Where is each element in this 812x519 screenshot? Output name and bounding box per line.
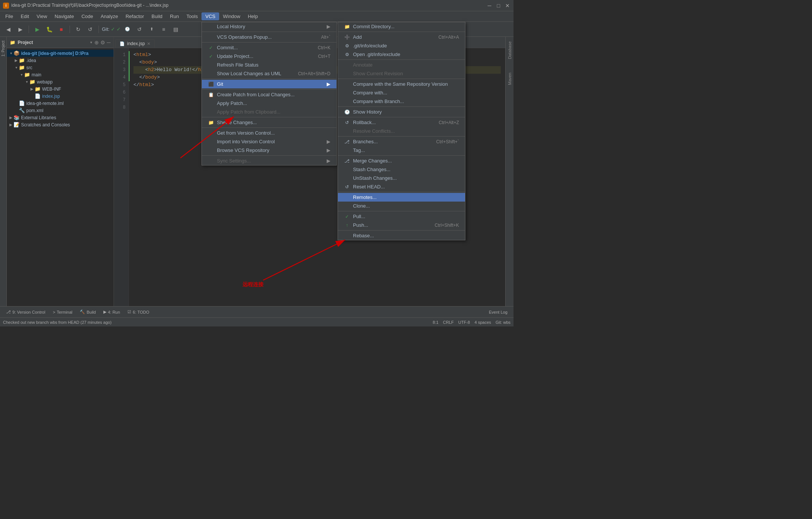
tree-item-ext-libs[interactable]: ▶ 📚 External Libraries bbox=[7, 114, 114, 121]
vcs-menu-local-history[interactable]: Local History ▶ bbox=[202, 22, 336, 31]
menu-analyze[interactable]: Analyze bbox=[97, 12, 122, 20]
maximize-button[interactable]: □ bbox=[495, 3, 501, 9]
menu-code[interactable]: Code bbox=[78, 12, 97, 20]
tree-item-idea[interactable]: ▶ 📁 .idea bbox=[7, 57, 114, 64]
vcs-menu-update[interactable]: ✓ Update Project... Ctrl+T bbox=[202, 52, 336, 61]
vcs-menu-browse[interactable]: Browse VCS Repository ▶ bbox=[202, 146, 336, 155]
git-extra-2[interactable]: ▤ bbox=[170, 24, 181, 35]
panel-locate-icon[interactable]: ⊕ bbox=[94, 39, 99, 46]
git-pull[interactable]: ✓ Pull... bbox=[338, 212, 465, 221]
git-open-info-exclude[interactable]: ⚙ Open .git/info/exclude bbox=[338, 50, 465, 59]
vcs-menu-import[interactable]: Import into Version Control ▶ bbox=[202, 137, 336, 146]
git-unstash[interactable]: UnStash Changes... bbox=[338, 174, 465, 182]
tab-run[interactable]: ▶ 4: Run bbox=[100, 308, 123, 316]
tree-item-iml[interactable]: 📄 idea-git-remote.iml bbox=[7, 100, 114, 107]
tree-icon-main: 📁 bbox=[24, 72, 30, 77]
git-clone[interactable]: Clone... bbox=[338, 202, 465, 210]
git-rollback-button[interactable]: ↺ bbox=[134, 24, 145, 35]
window-controls[interactable]: ─ □ ✕ bbox=[486, 3, 511, 9]
right-tab-maven[interactable]: Maven bbox=[507, 70, 513, 88]
menu-vcs[interactable]: VCS bbox=[201, 12, 219, 20]
tab-build[interactable]: 🔨 Build bbox=[77, 308, 98, 316]
git-history-button[interactable]: 🕐 bbox=[122, 24, 133, 35]
git-compare-branch[interactable]: Compare with Branch... bbox=[338, 97, 465, 106]
git-show-history[interactable]: 🕐 Show History bbox=[338, 108, 465, 116]
tree-item-webapp[interactable]: ▾ 📁 webapp bbox=[7, 78, 114, 85]
menu-run[interactable]: Run bbox=[166, 12, 183, 20]
git-branches[interactable]: ⎇ Branches... Ctrl+Shift+` bbox=[338, 137, 465, 146]
panel-settings-icon[interactable]: ⚙ bbox=[100, 39, 105, 46]
git-tag[interactable]: Tag... bbox=[338, 146, 465, 155]
debug-button[interactable]: 🐛 bbox=[44, 24, 55, 35]
sidebar-tab-project[interactable]: 1: Project bbox=[0, 38, 6, 59]
vcs-menu-get-vcs[interactable]: Get from Version Control... bbox=[202, 129, 336, 137]
vcs-menu-create-patch[interactable]: 📋 Create Patch from Local Changes... bbox=[202, 90, 336, 99]
tree-item-main[interactable]: ▾ 📁 main bbox=[7, 71, 114, 78]
close-button[interactable]: ✕ bbox=[504, 3, 511, 9]
git-reset-head[interactable]: ↺ Reset HEAD... bbox=[338, 182, 465, 191]
vcs-menu-commit[interactable]: ✓ Commit... Ctrl+K bbox=[202, 43, 336, 52]
tree-item-scratches[interactable]: ▶ 📝 Scratches and Consoles bbox=[7, 121, 114, 128]
push-button[interactable]: ⬆ bbox=[146, 24, 157, 35]
git-rollback[interactable]: ↺ Rollback... Ctrl+Alt+Z bbox=[338, 118, 465, 127]
tab-version-control[interactable]: ⎇ 9: Version Control bbox=[3, 308, 48, 316]
tab-event-log[interactable]: Event Log bbox=[486, 309, 511, 316]
rollback-button[interactable]: ↺ bbox=[85, 24, 95, 35]
git-merge[interactable]: ⎇ Merge Changes... bbox=[338, 156, 465, 165]
menu-edit[interactable]: Edit bbox=[17, 12, 33, 20]
git-add[interactable]: ➕ Add Ctrl+Alt+A bbox=[338, 33, 465, 41]
git-commit-dir[interactable]: 📁 Commit Directory... bbox=[338, 22, 465, 31]
branches-shortcut: Ctrl+Shift+` bbox=[436, 139, 459, 144]
git-push[interactable]: ↑ Push... Ctrl+Shift+K bbox=[338, 221, 465, 229]
tab-terminal[interactable]: > Terminal bbox=[50, 309, 75, 316]
status-encoding[interactable]: UTF-8 bbox=[458, 320, 470, 325]
tree-item-webinf[interactable]: ▶ 📁 WEB-INF bbox=[7, 85, 114, 93]
git-rebase[interactable]: Rebase... bbox=[338, 231, 465, 240]
panel-minimize-icon[interactable]: ─ bbox=[107, 39, 111, 46]
minimize-button[interactable]: ─ bbox=[486, 3, 492, 9]
git-compare-same[interactable]: Compare with the Same Repository Version bbox=[338, 80, 465, 88]
tab-close-indexjsp[interactable]: ✕ bbox=[147, 41, 150, 46]
status-indent[interactable]: 4 spaces bbox=[474, 320, 491, 325]
vcs-menu-uml[interactable]: Show Local Changes as UML Ctrl+Alt+Shift… bbox=[202, 69, 336, 78]
tag-label: Tag... bbox=[353, 147, 365, 153]
right-tab-database[interactable]: Database bbox=[507, 38, 513, 62]
vcs-menu-popup[interactable]: VCS Operations Popup... Alt+` bbox=[202, 33, 336, 41]
forward-button[interactable]: ▶ bbox=[15, 24, 26, 35]
tab-todo[interactable]: ☑ 6: TODO bbox=[124, 308, 152, 316]
menu-navigate[interactable]: Navigate bbox=[51, 12, 77, 20]
git-info-exclude[interactable]: ⚙ .git/info/exclude bbox=[338, 41, 465, 50]
git-resolve-conflicts: Resolve Conflicts... bbox=[338, 127, 465, 135]
status-line-ending[interactable]: CRLF bbox=[443, 320, 454, 325]
tree-item-src[interactable]: ▾ 📁 src bbox=[7, 64, 114, 71]
run-button[interactable]: ▶ bbox=[32, 24, 42, 35]
git-remotes[interactable]: Remotes... bbox=[338, 193, 465, 202]
git-stash[interactable]: Stash Changes... bbox=[338, 165, 465, 174]
tree-item-root[interactable]: ▾ 📦 idea-git [idea-git-remote] D:\Pra bbox=[7, 50, 114, 57]
menu-window[interactable]: Window bbox=[219, 12, 244, 20]
vcs-menu-apply-patch[interactable]: Apply Patch... bbox=[202, 99, 336, 108]
status-git[interactable]: Git: wbs bbox=[495, 320, 511, 325]
vcs-menu-git[interactable]: ⬛ Git ▶ bbox=[202, 80, 336, 88]
tree-item-indexjsp[interactable]: 📄 index.jsp bbox=[7, 93, 114, 100]
git-extra-1[interactable]: ≡ bbox=[158, 24, 169, 35]
update-button[interactable]: ↻ bbox=[73, 24, 83, 35]
tab-label-indexjsp: index.jsp bbox=[127, 41, 145, 46]
todo-icon: ☑ bbox=[127, 310, 131, 314]
stop-button[interactable]: ■ bbox=[56, 24, 67, 35]
back-button[interactable]: ◀ bbox=[3, 24, 14, 35]
status-position[interactable]: 8:1 bbox=[433, 320, 438, 325]
vcs-menu-shelve[interactable]: 📁 Shelve Changes... bbox=[202, 118, 336, 127]
menu-file[interactable]: File bbox=[2, 12, 17, 20]
vcs-menu-refresh[interactable]: Refresh File Status bbox=[202, 61, 336, 69]
git-compare-with[interactable]: Compare with... bbox=[338, 88, 465, 97]
panel-dropdown-icon[interactable]: ▾ bbox=[90, 40, 92, 44]
menu-view[interactable]: View bbox=[33, 12, 51, 20]
menu-build[interactable]: Build bbox=[148, 12, 166, 20]
tree-item-pom[interactable]: 🔧 pom.xml bbox=[7, 107, 114, 114]
menu-tools[interactable]: Tools bbox=[183, 12, 201, 20]
tab-indexjsp[interactable]: 📄 index.jsp ✕ bbox=[115, 39, 155, 48]
status-git-value: Git: wbs bbox=[495, 320, 511, 325]
menu-refactor[interactable]: Refactor bbox=[122, 12, 148, 20]
menu-help[interactable]: Help bbox=[244, 12, 262, 20]
